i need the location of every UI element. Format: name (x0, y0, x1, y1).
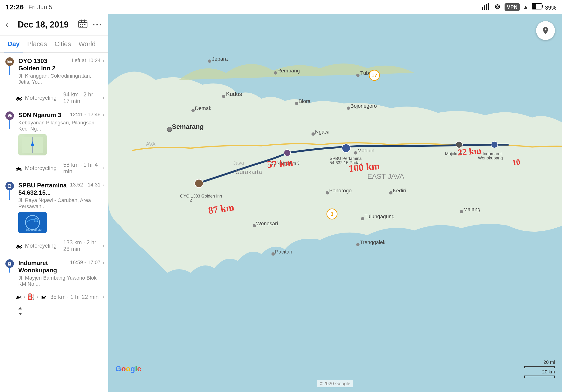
svg-rect-6 (532, 4, 536, 9)
gas-station-icon: ⛽ (27, 293, 35, 301)
svg-rect-14 (80, 26, 81, 27)
svg-rect-10 (84, 20, 85, 22)
status-icons: VPN ▲ 39% (482, 3, 556, 11)
item-time: 13:52 - 14:31 (70, 182, 101, 188)
item-name: Indomaret Wonokupang (18, 259, 68, 274)
item-header: SPBU Pertamina 54.632.15... 13:52 - 14:3… (18, 182, 104, 196)
svg-point-57 (361, 217, 364, 220)
svg-text:Blora: Blora (299, 98, 311, 104)
svg-point-51 (253, 224, 256, 227)
store-dot (5, 259, 14, 268)
header-title: Dec 18, 2019 (18, 20, 69, 30)
svg-text:Rembang: Rembang (277, 68, 300, 74)
tab-world[interactable]: World (75, 35, 99, 52)
status-bar: 12:26 Fri Jun 5 VPN ▲ 39% (0, 0, 562, 14)
transport-row: 🏍 Motorcycling 133 km · 2 hr 28 min › (0, 237, 108, 255)
google-logo: Google (115, 364, 141, 373)
svg-text:Jepara: Jepara (212, 56, 228, 62)
chevron-right-icon[interactable]: › (103, 294, 104, 300)
svg-point-26 (167, 127, 172, 132)
chevron-right-icon[interactable]: › (102, 57, 104, 64)
chevron-right-icon[interactable]: › (103, 165, 104, 171)
item-time: 12:41 - 12:48 (70, 112, 101, 118)
svg-text:Ponorogo: Ponorogo (329, 188, 351, 193)
svg-text:Malang: Malang (463, 206, 480, 212)
calendar-icon[interactable] (78, 19, 88, 31)
photo-thumbnail: Speedometer (18, 212, 47, 233)
svg-rect-15 (82, 26, 83, 27)
svg-text:Wonokupang: Wonokupang (478, 156, 503, 160)
svg-point-53 (271, 252, 275, 256)
header: ‹ Dec 18, 2019 ··· (0, 14, 108, 35)
status-time: 12:26 (6, 3, 24, 11)
timeline-connector (4, 259, 15, 273)
motorcycle-icon: 🏍 (15, 164, 22, 172)
svg-rect-11 (80, 24, 81, 25)
more-button[interactable]: ··· (93, 20, 102, 30)
map-panel[interactable]: Semarang Kudus Demak Jepara Rembang Blor… (108, 14, 562, 392)
svg-point-59 (389, 191, 392, 194)
svg-text:2: 2 (189, 198, 192, 203)
transport-arrows-row: 🏍 › ⛽ › 🏍 35 km · 1 hr 22 min › (0, 291, 108, 303)
scroll-controls (0, 303, 108, 319)
tab-places[interactable]: Places (23, 35, 51, 52)
svg-text:3: 3 (330, 211, 333, 217)
motorcycle-icon: 🏍 (15, 94, 22, 102)
arrow-right-icon: › (36, 294, 38, 300)
item-name: SDN Ngarum 3 (18, 112, 68, 119)
chevron-right-icon[interactable]: › (102, 182, 104, 188)
timeline-item-content: Indomaret Wonokupang 16:59 - 17:07 › Jl.… (15, 259, 104, 291)
location-button[interactable] (536, 21, 555, 40)
svg-text:OYO 1303 Golden Inn: OYO 1303 Golden Inn (180, 194, 222, 199)
svg-point-38 (356, 74, 360, 77)
svg-text:EAST JAVA: EAST JAVA (367, 172, 404, 180)
hotel-dot (5, 57, 14, 66)
map-svg: Semarang Kudus Demak Jepara Rembang Blor… (108, 14, 562, 392)
transport-distance: 35 km · 1 hr 22 min (50, 294, 98, 300)
svg-rect-12 (82, 24, 83, 25)
location-indicator: ▲ (523, 3, 529, 11)
transport-detail: 94 km · 2 hr 17 min (63, 91, 100, 104)
motorcycle-icon: 🏍 (40, 293, 46, 301)
status-date: Fri Jun 5 (28, 3, 52, 11)
timeline-line (9, 268, 10, 273)
timeline-item-content: OYO 1303 Golden Inn 2 Left at 10:24 › Jl… (15, 57, 104, 89)
svg-text:Pacitan: Pacitan (275, 249, 292, 255)
svg-text:Semarang: Semarang (172, 123, 204, 130)
timeline-line (9, 66, 10, 75)
svg-point-71 (284, 150, 291, 156)
back-button[interactable]: ‹ (6, 20, 9, 30)
svg-rect-5 (542, 5, 543, 8)
svg-text:Wonosari: Wonosari (256, 221, 278, 226)
transport-row: 🏍 Motorcycling 58 km · 1 hr 4 min › (0, 159, 108, 177)
svg-text:Ngawi: Ngawi (315, 129, 329, 135)
tab-day[interactable]: Day (4, 35, 23, 52)
gas-dot (5, 182, 14, 190)
svg-point-68 (195, 179, 203, 188)
svg-point-30 (191, 109, 195, 112)
chevron-right-icon[interactable]: › (102, 259, 104, 266)
transport-detail: 133 km · 2 hr 28 min (63, 239, 100, 252)
vpn-badge: VPN (504, 3, 520, 11)
motorcycle-icon: 🏍 (15, 242, 22, 250)
transport-label: Motorcycling (25, 242, 57, 249)
svg-text:Demak: Demak (195, 105, 212, 111)
timeline: OYO 1303 Golden Inn 2 Left at 10:24 › Jl… (0, 53, 108, 392)
scroll-arrows-icon[interactable] (15, 305, 25, 317)
svg-point-55 (356, 243, 360, 246)
list-item: Indomaret Wonokupang 16:59 - 17:07 › Jl.… (0, 255, 108, 291)
svg-text:Bojonegoro: Bojonegoro (350, 103, 377, 109)
svg-rect-0 (482, 7, 483, 10)
transport-label: Motorcycling (25, 165, 57, 171)
svg-text:54.632.15 Padas: 54.632.15 Padas (330, 160, 362, 165)
svg-point-47 (354, 151, 357, 155)
svg-text:Trenggalek: Trenggalek (360, 239, 386, 245)
list-item: SPBU Pertamina 54.632.15... 13:52 - 14:3… (0, 177, 108, 237)
item-address: Jl. Raya Ngawi - Caruban, Area Persawah.… (18, 197, 104, 210)
chevron-right-icon[interactable]: › (103, 243, 104, 249)
svg-point-36 (295, 102, 298, 105)
chevron-right-icon[interactable]: › (102, 112, 104, 118)
tab-cities[interactable]: Cities (51, 35, 75, 52)
svg-text:Java: Java (233, 160, 244, 166)
chevron-right-icon[interactable]: › (103, 95, 104, 101)
